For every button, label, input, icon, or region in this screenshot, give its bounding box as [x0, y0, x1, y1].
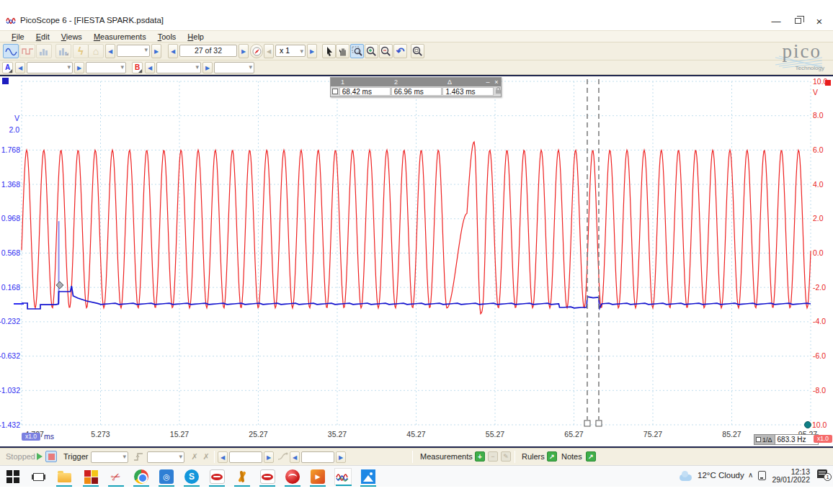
lock-icon[interactable] — [496, 90, 501, 94]
photos-icon[interactable] — [360, 468, 377, 485]
spectrum-view-icon[interactable] — [36, 44, 52, 58]
zoom-in-icon[interactable] — [365, 44, 378, 58]
menu-measurements[interactable]: Measurements — [88, 32, 152, 41]
trigger-channel-combo[interactable] — [147, 451, 184, 463]
display-icon[interactable] — [758, 471, 766, 480]
trigger-count-next-arrow[interactable]: ▶ — [336, 451, 346, 463]
marker-1-icon[interactable]: ✗ — [189, 451, 200, 462]
channel-a-range-combo[interactable] — [27, 62, 73, 73]
ruler-legend-checkbox[interactable] — [332, 89, 338, 94]
start-icon[interactable] — [4, 468, 22, 485]
channel-a-prev-arrow[interactable]: ◀ — [15, 62, 25, 73]
zoom-out-icon[interactable] — [379, 44, 393, 58]
blue-app-icon[interactable]: ◎ — [158, 468, 175, 485]
view-prev-arrow[interactable]: ◀ — [105, 44, 115, 58]
home-view-icon[interactable]: ⌂ — [88, 44, 104, 58]
media-app-2-icon[interactable] — [259, 468, 276, 485]
add-measurement-icon[interactable]: + — [474, 451, 486, 462]
marker-2-icon[interactable]: ✗ — [200, 451, 212, 462]
trigger-count-field[interactable] — [301, 451, 334, 463]
red-circle-app-icon[interactable] — [284, 468, 301, 485]
buffer-nav-field[interactable]: 27 of 32 — [179, 45, 237, 57]
file-explorer-icon[interactable] — [55, 468, 73, 485]
zoom-marquee-icon[interactable] — [350, 44, 364, 58]
trigger-mode-combo[interactable] — [91, 451, 128, 463]
view-select-combo[interactable] — [117, 45, 150, 57]
snipping-tool-icon[interactable]: ✂ — [107, 468, 125, 485]
close-button[interactable]: × — [808, 13, 830, 29]
channel-b-next-arrow[interactable]: ▶ — [202, 62, 213, 73]
cloud-icon[interactable] — [680, 474, 692, 481]
menu-help[interactable]: Help — [182, 32, 210, 41]
open-notes-icon[interactable]: ↗ — [585, 451, 597, 462]
channel-a-button[interactable]: A — [2, 62, 13, 73]
trigger-edge-icon[interactable] — [133, 451, 144, 462]
stop-icon[interactable] — [45, 451, 57, 462]
channel-b-trace[interactable] — [22, 142, 811, 314]
channel-a-next-arrow[interactable]: ▶ — [74, 62, 84, 73]
hand-pan-icon[interactable] — [336, 44, 349, 58]
channel-b-coupling-combo[interactable] — [214, 62, 254, 73]
spectrum-secondary-view-icon[interactable] — [55, 44, 71, 58]
play-icon[interactable] — [33, 451, 45, 462]
left-axis-tick: -0.232 — [0, 317, 20, 325]
buffer-next-arrow[interactable]: ▶ — [239, 44, 249, 58]
pretrigger-next-arrow[interactable]: ▶ — [264, 451, 274, 463]
curve-icon[interactable] — [277, 451, 288, 462]
open-rulers-icon[interactable]: ↗ — [546, 451, 558, 462]
zoom-overview-icon[interactable] — [411, 44, 424, 58]
trigger-count-prev-arrow[interactable]: ◀ — [290, 451, 300, 463]
zoom-next-arrow[interactable]: ▶ — [307, 44, 317, 58]
undo-zoom-icon[interactable]: ↶ — [393, 44, 407, 58]
remove-measurement-icon[interactable]: − — [487, 451, 499, 462]
notification-icon[interactable]: 1 — [817, 469, 827, 478]
ruler-legend-close[interactable]: × — [492, 78, 501, 86]
scope-view-icon[interactable] — [3, 44, 19, 58]
normal-selection-icon[interactable] — [322, 44, 336, 58]
time-ruler-1-handle[interactable] — [596, 420, 602, 426]
menu-tools[interactable]: Tools — [152, 32, 182, 41]
buffer-prev-arrow[interactable]: ◀ — [168, 44, 178, 58]
waveform-canvas[interactable]: V2.01.7681.3680.9680.5680.168-0.232-0.63… — [0, 75, 833, 448]
player-app-icon[interactable]: ▶ — [309, 468, 326, 485]
persistence-view-icon[interactable]: ϟ — [73, 44, 89, 58]
right-axis-tick: -2.0 — [813, 283, 826, 292]
picoscope-icon[interactable] — [334, 468, 352, 485]
time-ruler-2-handle[interactable] — [584, 420, 590, 426]
zoom-prev-arrow[interactable]: ◀ — [264, 44, 274, 58]
square-wave-view-icon[interactable] — [19, 44, 35, 58]
minimize-button[interactable]: — — [765, 13, 787, 29]
tool-app-icon[interactable] — [233, 468, 251, 485]
channel-b-prev-arrow[interactable]: ◀ — [145, 62, 155, 73]
ruler-legend-minimize[interactable]: – — [484, 78, 492, 86]
chevron-up-icon[interactable]: ∧ — [748, 471, 753, 479]
pretrigger-prev-arrow[interactable]: ◀ — [218, 451, 228, 463]
menu-views[interactable]: Views — [55, 32, 88, 41]
channel-b-range-combo[interactable] — [156, 62, 201, 73]
x-axis-scale-badge[interactable]: x1.0 — [22, 433, 40, 441]
channel-b-button[interactable]: B — [132, 62, 143, 73]
channel-a-coupling-combo[interactable] — [86, 62, 126, 73]
frequency-readout[interactable]: 1/Δ 683.3 Hz — [754, 434, 819, 445]
menu-edit[interactable]: Edit — [30, 32, 55, 41]
frequency-checkbox[interactable] — [756, 437, 761, 442]
y-axis-scale-badge[interactable]: x1.0 — [814, 435, 832, 443]
buffer-overview-icon[interactable] — [250, 44, 263, 58]
tray-clock[interactable]: 12:13 29/01/2022 — [770, 468, 810, 484]
task-view-icon[interactable] — [30, 468, 47, 485]
capture-status: Stopped — [6, 452, 35, 461]
skype-icon[interactable]: S — [183, 468, 200, 485]
ruler-legend[interactable]: 1 2 Δ – × 68.42 ms 66.96 ms 1.463 ms — [330, 77, 502, 97]
axis-offset-dot[interactable] — [805, 422, 811, 428]
chrome-icon[interactable] — [133, 468, 150, 485]
edit-measurement-icon[interactable]: ✎ — [500, 451, 512, 462]
channel-a-marker[interactable] — [2, 78, 9, 84]
ruler-legend-col2: 2 — [393, 78, 446, 86]
menu-file[interactable]: File — [6, 32, 30, 41]
restore-button[interactable] — [787, 13, 808, 29]
mosaic-app-icon[interactable] — [82, 468, 99, 485]
pretrigger-field[interactable] — [229, 451, 262, 463]
zoom-level-combo[interactable]: x 1 — [275, 45, 306, 57]
media-app-1-icon[interactable] — [208, 468, 226, 485]
view-next-arrow[interactable]: ▶ — [151, 44, 161, 58]
